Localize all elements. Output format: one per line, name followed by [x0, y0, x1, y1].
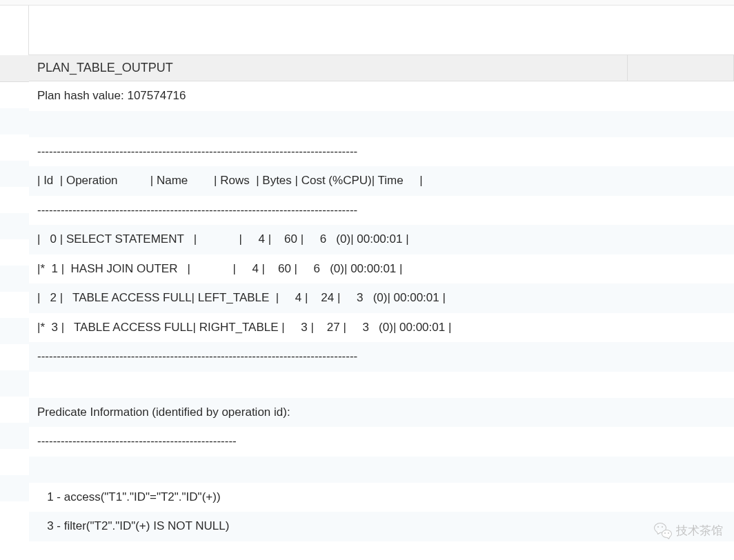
gutter-cell	[0, 187, 29, 213]
gutter-cell	[0, 239, 29, 266]
gutter-cell	[0, 108, 29, 134]
gutter-cell	[0, 449, 29, 475]
column-header-label: PLAN_TABLE_OUTPUT	[37, 61, 627, 75]
gutter-cell	[0, 134, 29, 161]
left-gutter-top	[0, 6, 29, 55]
plan-output-row[interactable]: ----------------------------------------…	[29, 427, 734, 457]
gutter-cell	[0, 344, 29, 370]
plan-output-row[interactable]: |* 3 | TABLE ACCESS FULL| RIGHT_TABLE | …	[29, 313, 734, 343]
plan-output-row[interactable]	[29, 111, 734, 137]
top-border	[0, 0, 734, 6]
plan-output-row[interactable]	[29, 541, 734, 561]
watermark: 技术茶馆	[654, 521, 723, 539]
gutter-cell	[0, 213, 29, 239]
watermark-text: 技术茶馆	[676, 523, 723, 539]
plan-output-row[interactable]: | 2 | TABLE ACCESS FULL| LEFT_TABLE | 4 …	[29, 283, 734, 313]
plan-output-row[interactable]: ----------------------------------------…	[29, 137, 734, 167]
plan-output-row[interactable]: ----------------------------------------…	[29, 342, 734, 372]
wechat-icon	[654, 521, 672, 539]
gutter-cell	[0, 475, 29, 501]
plan-output-row[interactable]: ----------------------------------------…	[29, 196, 734, 226]
gutter-cell	[0, 501, 29, 528]
content-column: PLAN_TABLE_OUTPUT Plan hash value: 10757…	[29, 55, 734, 560]
column-header-row[interactable]: PLAN_TABLE_OUTPUT	[29, 55, 734, 81]
gutter-cell	[0, 318, 29, 344]
gutter-cell	[0, 292, 29, 318]
top-spacer	[29, 6, 734, 55]
plan-output-row[interactable]: 1 - access("T1"."ID"="T2"."ID"(+))	[29, 483, 734, 512]
gutter-cell	[0, 82, 29, 108]
gutter-cell	[0, 397, 29, 423]
results-grid: PLAN_TABLE_OUTPUT Plan hash value: 10757…	[0, 55, 734, 560]
plan-output-row[interactable]: 3 - filter("T2"."ID"(+) IS NOT NULL)	[29, 512, 734, 541]
plan-output-row[interactable]: Predicate Information (identified by ope…	[29, 398, 734, 428]
plan-output-row[interactable]: |* 1 | HASH JOIN OUTER | | 4 | 60 | 6 (0…	[29, 254, 734, 284]
plan-output-row[interactable]: Plan hash value: 107574716	[29, 81, 734, 111]
row-gutter-column	[0, 55, 29, 560]
gutter-cell	[0, 266, 29, 292]
gutter-cell	[0, 423, 29, 449]
gutter-cell	[0, 161, 29, 187]
column-header-spacer	[627, 55, 733, 81]
plan-output-row[interactable]: | Id | Operation | Name | Rows | Bytes |…	[29, 166, 734, 196]
plan-output-row[interactable]	[29, 457, 734, 483]
gutter-header-cell	[0, 55, 29, 82]
plan-output-row[interactable]	[29, 372, 734, 398]
gutter-cell	[0, 370, 29, 397]
plan-output-row[interactable]: | 0 | SELECT STATEMENT | | 4 | 60 | 6 (0…	[29, 225, 734, 254]
